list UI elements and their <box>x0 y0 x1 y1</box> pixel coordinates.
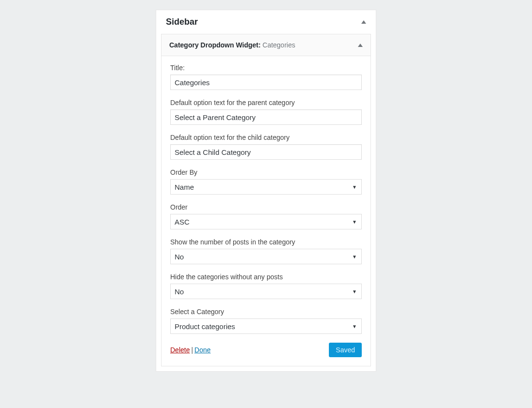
delete-link[interactable]: Delete <box>170 346 190 354</box>
title-input[interactable] <box>170 75 362 90</box>
title-field-group: Title: <box>170 64 362 90</box>
select-category-label: Select a Category <box>170 308 362 316</box>
sidebar-panel: Sidebar Category Dropdown Widget: Catego… <box>156 10 376 372</box>
action-links: Delete|Done <box>170 346 211 354</box>
order-by-field-group: Order By Name ▼ <box>170 168 362 195</box>
parent-text-input[interactable] <box>170 109 362 125</box>
widget-container: Category Dropdown Widget: Categories Tit… <box>161 34 371 366</box>
widget-body: Title: Default option text for the paren… <box>162 56 370 366</box>
collapse-up-icon <box>358 44 363 47</box>
collapse-up-icon <box>361 20 366 24</box>
order-field-group: Order ASC ▼ <box>170 203 362 229</box>
select-category-value: Product categories <box>175 322 235 331</box>
hide-empty-select[interactable]: No <box>170 284 362 299</box>
show-count-select[interactable]: No <box>170 249 362 264</box>
order-value: ASC <box>175 218 190 226</box>
hide-empty-value: No <box>175 287 184 296</box>
saved-button[interactable]: Saved <box>329 343 362 357</box>
parent-text-label: Default option text for the parent categ… <box>170 99 362 106</box>
sidebar-title: Sidebar <box>166 17 198 27</box>
panel-bottom-spacer <box>156 366 376 371</box>
show-count-label: Show the number of posts in the category <box>170 238 362 246</box>
order-select[interactable]: ASC <box>170 214 362 229</box>
done-link[interactable]: Done <box>194 346 210 354</box>
select-category-field-group: Select a Category Product categories ▼ <box>170 308 362 334</box>
show-count-value: No <box>175 253 184 261</box>
widget-actions: Delete|Done Saved <box>170 343 362 357</box>
sidebar-header[interactable]: Sidebar <box>156 10 376 34</box>
title-label: Title: <box>170 64 362 72</box>
order-by-value: Name <box>175 183 194 191</box>
child-text-field-group: Default option text for the child catego… <box>170 134 362 160</box>
widget-header-title: Category Dropdown Widget: Categories <box>169 41 295 49</box>
widget-name: Category Dropdown Widget <box>169 41 258 49</box>
widget-instance-name: Categories <box>263 41 296 49</box>
hide-empty-field-group: Hide the categories without any posts No… <box>170 273 362 299</box>
child-text-input[interactable] <box>170 144 362 160</box>
parent-text-field-group: Default option text for the parent categ… <box>170 99 362 125</box>
select-category-select[interactable]: Product categories <box>170 318 362 334</box>
hide-empty-label: Hide the categories without any posts <box>170 273 362 281</box>
order-by-select[interactable]: Name <box>170 179 362 195</box>
order-by-label: Order By <box>170 168 362 176</box>
widget-header[interactable]: Category Dropdown Widget: Categories <box>162 34 370 56</box>
order-label: Order <box>170 203 362 211</box>
widget-separator: : <box>258 41 263 49</box>
show-count-field-group: Show the number of posts in the category… <box>170 238 362 264</box>
child-text-label: Default option text for the child catego… <box>170 134 362 141</box>
link-separator: | <box>190 346 194 354</box>
